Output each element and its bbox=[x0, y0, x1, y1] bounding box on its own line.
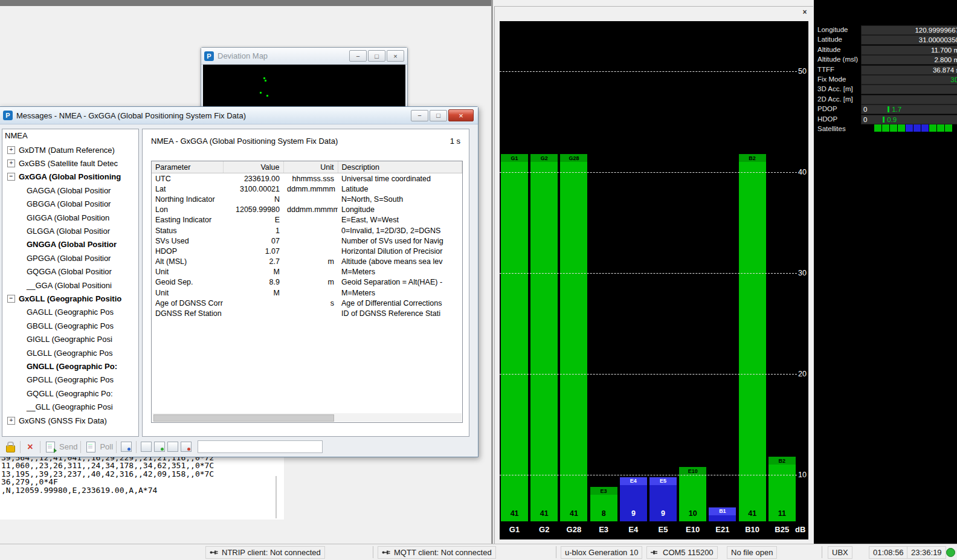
notebook-icon[interactable] bbox=[140, 440, 153, 454]
signal-bar-g1[interactable] bbox=[501, 162, 528, 521]
tree-item-gxdtm[interactable]: +GxDTM (Datum Reference) bbox=[2, 143, 138, 156]
view-config-icon[interactable] bbox=[120, 440, 133, 454]
tree-item-gagll[interactable]: GAGLL (Geographic Pos bbox=[2, 306, 138, 319]
table-cell: Geoid Sep. bbox=[152, 277, 223, 288]
table-cell: Latitude bbox=[338, 184, 462, 194]
expand-icon[interactable]: + bbox=[7, 146, 15, 154]
table-horizontal-scrollbar[interactable] bbox=[152, 413, 462, 422]
table-cell: N bbox=[223, 194, 283, 204]
tree-item-gxgll[interactable]: −GxGLL (Geographic Positio bbox=[2, 292, 138, 305]
console-scrollbar[interactable] bbox=[276, 476, 277, 518]
tree-item-gngll[interactable]: GNGLL (Geographic Po: bbox=[2, 359, 138, 373]
table-row[interactable]: Geoid Sep.8.9mGeoid Separation = Alt(HAE… bbox=[152, 277, 462, 288]
table-row[interactable]: Lon12059.99980dddmm.mmmmLongitude bbox=[152, 205, 462, 215]
column-header-value[interactable]: Value bbox=[223, 161, 283, 173]
table-row[interactable]: UnitMM=Meters bbox=[152, 288, 462, 298]
com-port-status[interactable]: COM5 115200 bbox=[646, 546, 718, 559]
tree-item-gagga[interactable]: GAGGA (Global Positior bbox=[2, 184, 138, 197]
connection-status-icon bbox=[946, 548, 955, 557]
table-row[interactable]: Northing IndicatorNN=North, S=South bbox=[152, 194, 462, 204]
collapse-icon[interactable]: − bbox=[7, 295, 15, 303]
table-row[interactable]: SVs Used07Number of SVs used for Navig bbox=[152, 236, 462, 246]
close-icon[interactable]: × bbox=[801, 8, 809, 16]
scrollbar-thumb[interactable] bbox=[153, 414, 334, 422]
tree-item-label: GxGLL (Geographic Positio bbox=[19, 294, 121, 303]
info-label-3d-acc-m-: 3D Acc. [m] bbox=[817, 85, 853, 94]
messages-titlebar[interactable]: P Messages - NMEA - GxGGA (Global Positi… bbox=[0, 107, 478, 124]
column-header-description[interactable]: Description bbox=[338, 161, 462, 173]
minimize-button[interactable]: − bbox=[349, 50, 367, 62]
table-row[interactable]: Status10=Invalid, 1=2D/3D, 2=DGNS bbox=[152, 225, 462, 236]
connector-icon bbox=[382, 549, 391, 556]
table-cell: m bbox=[283, 257, 338, 267]
info-value-longitude: 120.99999667 bbox=[861, 25, 957, 35]
export-icon[interactable] bbox=[153, 440, 166, 454]
tree-item-gpgga[interactable]: GPGGA (Global Positior bbox=[2, 251, 138, 265]
close-button[interactable]: × bbox=[448, 109, 474, 121]
tree-item-gxgbs[interactable]: +GxGBS (Satellite fault Detec bbox=[2, 156, 138, 170]
deviation-map-titlebar[interactable]: P Deviation Map − □ × bbox=[201, 48, 407, 65]
minimize-button[interactable]: − bbox=[411, 110, 428, 121]
tree-item-glgga[interactable]: GLGGA (Global Positior bbox=[2, 224, 138, 237]
table-row[interactable]: HDOP1.07Horizontal Dilution of Precisior bbox=[152, 246, 462, 256]
tree-item-gigll[interactable]: GIGLL (Geographic Posi bbox=[2, 332, 138, 346]
receiver-generation[interactable]: u-blox Generation 10 bbox=[561, 546, 642, 559]
tree-item-gbgll[interactable]: GBGLL (Geographic Pos bbox=[2, 319, 138, 332]
signal-bar-b10[interactable] bbox=[739, 162, 766, 521]
expand-icon[interactable]: + bbox=[7, 417, 15, 425]
message-filter-input[interactable] bbox=[198, 440, 323, 453]
x-axis-label: B25 bbox=[767, 525, 797, 534]
table-view-icon[interactable] bbox=[166, 440, 179, 454]
record-icon[interactable] bbox=[179, 440, 193, 454]
autosend-lock-icon[interactable] bbox=[4, 440, 17, 454]
protocol-indicator[interactable]: UBX bbox=[828, 546, 852, 559]
position-info-panel: Longitude120.99999667Latitude31.00000350… bbox=[814, 0, 957, 544]
expand-icon[interactable]: + bbox=[7, 159, 15, 167]
table-row[interactable]: DGNSS Ref StationID of DGNSS Reference S… bbox=[152, 308, 462, 318]
tree-item-gll[interactable]: __GLL (Geographic Posi bbox=[2, 400, 138, 413]
tree-item-gigga[interactable]: GIGGA (Global Position bbox=[2, 211, 138, 224]
table-row[interactable]: UnitMM=Meters bbox=[152, 267, 462, 277]
tree-item-gqgll[interactable]: GQGLL (Geographic Po: bbox=[2, 387, 138, 400]
x-axis-label: E21 bbox=[707, 525, 737, 534]
table-row[interactable]: Easting IndicatorEE=East, W=West bbox=[152, 215, 462, 225]
table-row[interactable]: UTC233619.00hhmmss.sssUniversal time coo… bbox=[152, 173, 462, 184]
clear-messages-icon[interactable]: × bbox=[24, 440, 37, 454]
tree-root-nmea[interactable]: NMEA bbox=[2, 129, 138, 143]
table-row[interactable]: Age of DGNSS CorrsAge of Differential Co… bbox=[152, 298, 462, 308]
tree-item-gxgga[interactable]: −GxGGA (Global Positioning bbox=[2, 170, 138, 184]
mqtt-status[interactable]: MQTT client: Not connected bbox=[378, 546, 496, 559]
console-output[interactable]: 39,564,,12,41,041,,16,29,229,,21,21,116,… bbox=[0, 456, 284, 520]
signal-bar-g28[interactable] bbox=[560, 162, 587, 521]
tree-item-glgll[interactable]: GLGLL (Geographic Pos bbox=[2, 346, 138, 359]
panel-splitter[interactable] bbox=[491, 0, 493, 544]
tree-item-gga[interactable]: __GGA (Global Positioni bbox=[2, 278, 138, 292]
signal-bar-e21[interactable] bbox=[709, 515, 736, 521]
poll-button[interactable]: Poll bbox=[100, 442, 113, 451]
table-row[interactable]: Alt (MSL)2.7mAltitude (above means sea l… bbox=[152, 257, 462, 267]
tree-item-gngga[interactable]: GNGGA (Global Positior bbox=[2, 238, 138, 251]
gridline bbox=[500, 475, 797, 475]
send-button[interactable]: Send bbox=[59, 442, 77, 451]
tree-item-gqgga[interactable]: GQGGA (Global Positior bbox=[2, 265, 138, 278]
column-header-parameter[interactable]: Parameter bbox=[152, 161, 223, 173]
poll-icon[interactable] bbox=[84, 440, 97, 454]
column-header-unit[interactable]: Unit bbox=[283, 161, 338, 173]
meter-marker bbox=[888, 106, 889, 112]
tree-item-gbgga[interactable]: GBGGA (Global Positior bbox=[2, 198, 138, 211]
table-cell: UTC bbox=[152, 173, 223, 184]
send-icon[interactable] bbox=[44, 440, 57, 454]
maximize-button[interactable]: □ bbox=[368, 50, 385, 62]
collapse-icon[interactable]: − bbox=[7, 173, 15, 181]
table-cell: dddmm.mmmm bbox=[283, 205, 338, 215]
maximize-button[interactable]: □ bbox=[430, 110, 447, 121]
signal-bar-g2[interactable] bbox=[530, 162, 558, 521]
close-button[interactable]: × bbox=[387, 50, 404, 62]
signal-value-label: 41 bbox=[559, 509, 588, 518]
file-status[interactable]: No file open bbox=[727, 546, 777, 559]
protocol-text: UBX bbox=[832, 548, 848, 557]
table-row[interactable]: Lat3100.00021ddmm.mmmmLatitude bbox=[152, 184, 462, 194]
tree-item-gxgns[interactable]: +GxGNS (GNSS Fix Data) bbox=[2, 414, 138, 427]
tree-item-gpgll[interactable]: GPGLL (Geographic Pos bbox=[2, 373, 138, 387]
ntrip-status[interactable]: NTRIP client: Not connected bbox=[205, 546, 325, 559]
